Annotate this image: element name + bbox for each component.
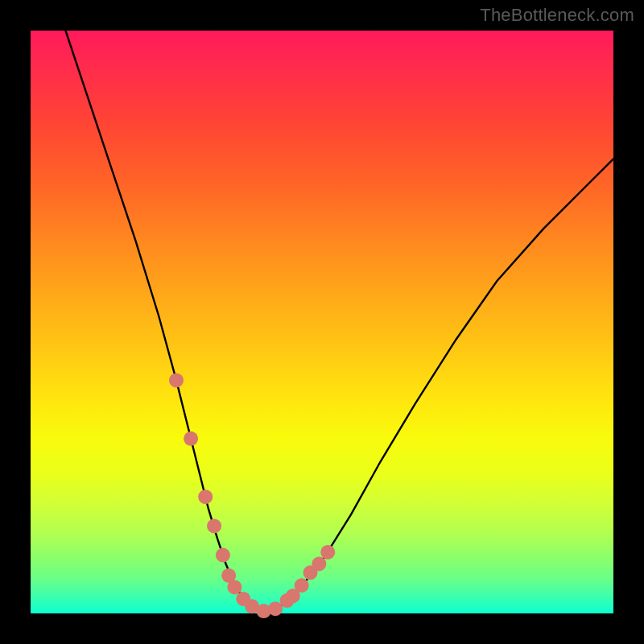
watermark-text: TheBottleneck.com (480, 5, 634, 26)
chart-frame: TheBottleneck.com (0, 0, 644, 644)
bottleneck-curve (65, 31, 613, 612)
marker-point (227, 580, 242, 594)
marker-group (169, 373, 335, 618)
marker-point (268, 601, 283, 616)
plot-area (31, 31, 613, 613)
marker-point (320, 545, 335, 559)
curve-layer (31, 31, 613, 613)
marker-point (295, 578, 309, 592)
marker-point (169, 373, 184, 387)
marker-point (207, 518, 221, 533)
marker-point (312, 556, 326, 571)
marker-point (184, 431, 198, 446)
marker-point (216, 548, 230, 563)
marker-point (198, 489, 213, 504)
